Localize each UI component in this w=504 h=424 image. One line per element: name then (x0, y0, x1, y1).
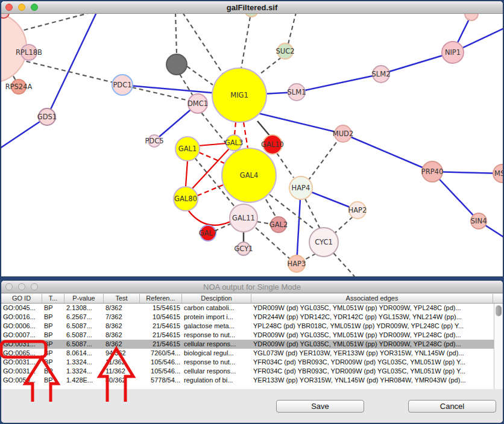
cell-5-1: BP (42, 349, 65, 358)
node-label-GAL2: GAL2 (269, 220, 288, 229)
table-row[interactable]: GO:0031...BP1.3324...11/362105/546...res… (1, 358, 494, 367)
edge-dashed (266, 199, 276, 217)
node-label-GAL80: GAL80 (174, 195, 197, 203)
node-label-GAL4: GAL4 (240, 171, 259, 179)
network-window-titlebar[interactable]: galFiltered.sif (1, 1, 503, 14)
table-row[interactable]: GO:0031...BP6.5087...8/36221/54615cellul… (1, 340, 494, 349)
node-topgreen[interactable] (245, 14, 258, 17)
table-row[interactable]: GO:0006...BP6.5087...8/36221/54615galact… (1, 322, 494, 331)
node-label-MIG1: MIG1 (230, 91, 248, 99)
edge-blue (343, 134, 432, 172)
cell-8-2: 1.428E... (65, 376, 104, 385)
cell-4-3: 8/362 (104, 340, 140, 349)
node-label-CYC1: CYC1 (315, 238, 333, 246)
edge-dashed (183, 14, 223, 74)
column-header-6[interactable]: Associated edges (251, 294, 493, 303)
edge-dashed (277, 153, 294, 178)
edge-blue (297, 74, 381, 92)
node-topright[interactable] (465, 14, 478, 20)
edge-dashed (241, 17, 250, 69)
node-label-PDC5: PDC5 (145, 137, 163, 145)
cell-8-5: regulation of bi... (182, 376, 251, 385)
edge-dashed (333, 253, 354, 276)
node-label-HAP3: HAP3 (288, 260, 306, 268)
node-label-RPL18B: RPL18B (16, 48, 42, 57)
network-window: galFiltered.sif RPL18BRPS24AGDS1PDC1MIG1… (1, 1, 503, 276)
node-label-DMC1: DMC1 (187, 99, 208, 108)
edge-dashed (180, 74, 193, 96)
edge-dashed (187, 66, 213, 85)
column-header-3[interactable]: Test (104, 294, 140, 303)
cell-1-4: 10/54615 (140, 313, 182, 322)
edge-dark (257, 121, 270, 136)
cell-2-6: YPL248C (pd) YBR018C, YML051W (pp) YDR00… (251, 322, 493, 331)
cell-3-5: response to nut... (182, 331, 251, 340)
cancel-button[interactable]: Cancel (408, 400, 496, 413)
cell-1-6: YDR244W (pp) YDR142C, YDR142C (pp) YGL15… (251, 313, 493, 322)
node-label-GAL1: GAL1 (178, 145, 197, 153)
cell-8-4: 5778/54... (140, 376, 182, 385)
cell-0-4: 15/54615 (140, 304, 182, 313)
column-header-1[interactable]: T... (42, 294, 65, 303)
cell-7-5: cellular respons... (182, 367, 251, 376)
cell-3-1: BP (42, 331, 65, 340)
edge-dashed (288, 14, 296, 44)
cell-5-6: YGL073W (pd) YER103W, YER133W (pp) YOR31… (251, 349, 493, 358)
node-label-GAL10: GAL10 (261, 140, 284, 149)
cell-4-6: YDR009W (pd) YGL035C, YML051W (pp) YDR00… (251, 340, 493, 349)
edge-dashed (305, 199, 320, 229)
node-label-HAP2: HAP2 (348, 206, 367, 214)
cell-6-3: 11/362 (104, 358, 140, 367)
cell-5-4: 7260/54... (140, 349, 182, 358)
noa-footer: Save Cancel (1, 389, 503, 423)
noa-window: NOA output for Single Mode GO IDT...P-va… (1, 281, 503, 423)
cell-0-0: GO:0045... (1, 304, 42, 313)
node-label-SLM1: SLM1 (288, 88, 306, 96)
cell-3-2: 6.5087... (65, 331, 104, 340)
edge-dashed (333, 217, 353, 234)
table-row[interactable]: GO:0031...BP1.3324...11/362105/546...cel… (1, 367, 494, 376)
node-label-MUD2: MUD2 (333, 129, 354, 138)
table-row[interactable]: GO:0050...BP1.428E...80/3625778/54...reg… (1, 376, 494, 385)
node-label-SLM2: SLM2 (372, 70, 391, 78)
table-row[interactable]: GO:0016...BP6.2567...7/36210/54615protei… (1, 313, 494, 322)
cell-2-1: BP (42, 322, 65, 331)
node-label-GAL7: GAL7 (199, 229, 218, 237)
cell-7-1: BP (42, 367, 65, 376)
cell-4-2: 6.5087... (65, 340, 104, 349)
network-canvas[interactable]: RPL18BRPS24AGDS1PDC1MIG1SUC2SLM1DMC1PDC5… (1, 14, 503, 276)
edge-dashed (260, 57, 282, 74)
table-row[interactable]: GO:0065...BP8.0614...94/3627260/54...bio… (1, 349, 494, 358)
vertical-scrollbar[interactable] (494, 304, 503, 390)
cell-1-0: GO:0016... (1, 313, 42, 322)
column-header-5[interactable]: Desciption (182, 294, 251, 303)
node-label-RPS24A: RPS24A (5, 83, 33, 91)
node-label-GCY1: GCY1 (234, 245, 253, 253)
cell-8-3: 80/362 (104, 376, 140, 385)
cell-0-5: carbon cataboli... (182, 304, 251, 313)
node-label-SUC2: SUC2 (276, 47, 294, 55)
edge-blue (47, 14, 96, 117)
column-header-2[interactable]: P-value (65, 294, 104, 303)
cell-6-2: 1.3324... (65, 358, 104, 367)
table-row[interactable]: GO:0007...BP6.5087...8/36221/54615respon… (1, 331, 494, 340)
cell-0-3: 8/362 (104, 304, 140, 313)
table-header[interactable]: GO IDT...P-valueTestReferen...Desciption… (1, 294, 503, 304)
cell-8-1: BP (42, 376, 65, 385)
cell-2-4: 21/54615 (140, 322, 182, 331)
cell-6-5: response to nut... (182, 358, 251, 367)
cell-7-4: 105/546... (140, 367, 182, 376)
noa-window-titlebar[interactable]: NOA output for Single Mode (1, 281, 503, 293)
table-row[interactable]: GO:0045...BP2.1308...8/36215/54615carbon… (1, 304, 494, 313)
cell-6-6: YFR034C (pd) YBR093C, YDR009W (pd) YGL03… (251, 358, 493, 367)
edge-dashed (175, 14, 177, 54)
edge-reddash (235, 122, 236, 136)
noa-window-title: NOA output for Single Mode (1, 282, 503, 292)
cell-1-3: 7/362 (104, 313, 140, 322)
node-darknode[interactable] (166, 54, 187, 75)
cell-4-0: GO:0031... (1, 340, 42, 349)
save-button[interactable]: Save (276, 400, 364, 413)
column-header-0[interactable]: GO ID (1, 294, 42, 303)
scrollbar-thumb[interactable] (496, 305, 502, 316)
column-header-4[interactable]: Referen... (140, 294, 182, 303)
